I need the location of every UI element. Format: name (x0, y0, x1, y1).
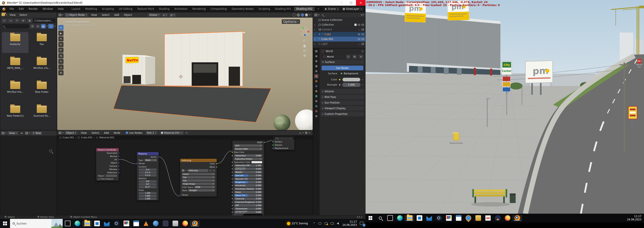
hide-eye-toggle[interactable] (358, 24, 360, 26)
image-datablock-icon[interactable] (25, 132, 28, 134)
properties-tab-10[interactable] (314, 99, 318, 103)
file-browser-menu-view[interactable]: View (8, 13, 17, 16)
up-button[interactable]: ↑ (14, 18, 20, 23)
bsdf-row-transmission-roughness[interactable]: Transmission Roughness0.000 (232, 210, 264, 214)
animate-dot[interactable] (362, 79, 363, 80)
bsdf-row-ior[interactable]: IOR1.450 (232, 204, 264, 207)
game-viewport[interactable]: pm pm (366, 0, 644, 214)
unpack-button[interactable] (209, 169, 212, 172)
panel-sun-position[interactable]: ▸Sun Position∷ (321, 100, 364, 105)
node-header[interactable]: netto.png (180, 159, 217, 162)
image-datablock-field[interactable]: netto.png (180, 168, 217, 172)
snap-toggle[interactable]: ∪ (162, 13, 168, 17)
taskbar-icon-firefox[interactable] (502, 215, 512, 221)
file-browser-menu-select[interactable]: Select (18, 13, 28, 16)
close-icon[interactable]: ✕ (360, 8, 362, 10)
workspace-tab-compositing[interactable]: Compositing (208, 7, 229, 11)
bsdf-row-transmission[interactable]: Transmission0.000 (232, 207, 264, 210)
taskbar-icon-irfanview[interactable] (444, 215, 454, 221)
pin-icon[interactable] (186, 132, 188, 134)
outliner-row-light[interactable]: ▸Light (313, 41, 365, 46)
image-option-single-image[interactable]: Single Image (180, 182, 217, 185)
mapping-value-field[interactable]: 0.1 m (137, 171, 158, 174)
shading-rendered-button[interactable] (305, 13, 308, 16)
folder-item[interactable]: MiniTool uTu... (28, 56, 55, 77)
node-header[interactable]: Mapping (137, 152, 158, 155)
unlink-datablock-button[interactable]: ✕ (358, 54, 363, 59)
add-workspace-button[interactable]: + (315, 7, 322, 11)
menu-render[interactable]: Render (26, 7, 40, 10)
taskbar-icon-vlc[interactable] (141, 221, 151, 226)
outliner-search-icon[interactable] (322, 14, 324, 16)
mapping-value-field[interactable]: 0 m (137, 168, 158, 171)
bsdf-row-clearcoat-roughness[interactable]: Clearcoat Roughness0.030 (232, 200, 264, 204)
node-socket[interactable] (216, 163, 218, 164)
mapping-value-field[interactable]: 91.3° (137, 186, 158, 189)
hide-eye-toggle[interactable] (358, 33, 360, 35)
zoom-icon[interactable] (303, 39, 306, 43)
node-header[interactable]: Texture Coordinate (96, 148, 119, 151)
taskbar-icon-irfanview[interactable] (122, 221, 131, 226)
display-thumbnail-button[interactable]: ▦ (41, 24, 46, 28)
taskbar-icon-edge[interactable] (72, 221, 82, 226)
taskbar-icon-start[interactable] (366, 216, 375, 220)
outliner-type-icon[interactable] (314, 14, 318, 16)
snapping-magnet-icon[interactable]: ∪ (299, 131, 301, 134)
workspace-tab-shading-002[interactable]: Shading.002 (294, 7, 314, 11)
folder-item[interactable]: New Folder (28, 80, 55, 101)
taskbar-icon-explorer[interactable] (405, 215, 414, 221)
tool-scale[interactable]: ⇱ (58, 48, 64, 53)
node-socket[interactable] (179, 194, 181, 196)
node-image-texture[interactable]: netto.pngColorAlphanetto.pngLinearFlatCl… (180, 158, 217, 197)
notification-center[interactable]: 3 (359, 219, 366, 228)
outliner-row-cube[interactable]: ▸⚙▽Cube (313, 32, 365, 37)
properties-tab-11[interactable] (314, 104, 318, 108)
taskbar-icon-7zip[interactable] (483, 215, 493, 221)
desktop-icon-pdf[interactable]: PDF PDF24 Fax (635, 59, 644, 68)
shader-menu-node[interactable]: Node (112, 131, 123, 134)
node-socket[interactable] (232, 172, 233, 173)
bsdf-row-subsurface-anisotropy[interactable]: Subsurface Anisotropy0.000 (232, 167, 264, 170)
image-option-flat[interactable]: Flat (180, 176, 217, 179)
bsdf-row-specular-tint[interactable]: Specular Tint0.000 (232, 177, 264, 180)
tray-volume-icon[interactable] (337, 222, 339, 225)
pan-hand-icon[interactable] (303, 44, 306, 48)
bsdf-row-subsurface-color[interactable]: Subsurface Color (232, 160, 264, 164)
taskbar-icon-blender[interactable] (512, 215, 522, 221)
taskbar-icon-task-view[interactable] (385, 215, 395, 221)
properties-tab-4[interactable] (314, 69, 318, 73)
file-browser-type-icon[interactable] (2, 14, 5, 16)
overlays-toggle[interactable] (305, 132, 308, 134)
bsdf-row-ggx[interactable]: GGX (232, 144, 264, 147)
path-field[interactable]: C:\Users\admi... (33, 18, 56, 23)
taskbar-icon-penguin-app[interactable] (493, 215, 502, 221)
panel-surface[interactable]: ▼Surface∷ (321, 60, 364, 65)
taskbar-icon-task-view[interactable] (63, 221, 72, 226)
menu-window[interactable]: Window (40, 7, 55, 10)
from-instancer-checkbox[interactable]: From Instancer (96, 177, 119, 181)
use-nodes-checkbox[interactable]: ✓ (126, 132, 128, 134)
properties-tab-5-world[interactable] (314, 74, 318, 78)
panel-volume[interactable]: ▸Volume∷ (321, 89, 364, 94)
properties-tab-3[interactable] (314, 64, 318, 68)
shader-menu-add[interactable]: Add (102, 131, 111, 134)
hidden-eye-toggle[interactable] (358, 43, 360, 44)
ortho-toggle-icon[interactable] (303, 54, 306, 58)
tool-rotate[interactable]: ↻ (58, 42, 64, 47)
image-option-linear[interactable]: Linear (180, 172, 217, 176)
workspace-tab-layout[interactable]: Layout (70, 7, 83, 11)
hidden-eye-toggle[interactable] (358, 29, 360, 30)
node-socket[interactable] (264, 142, 265, 143)
new-image-button[interactable]: + New (31, 131, 42, 135)
node-socket[interactable] (232, 215, 233, 215)
node-socket[interactable] (232, 168, 233, 170)
shader-menu-view[interactable]: View (78, 131, 89, 134)
node-canvas[interactable]: Cube.001›Cube.001›Material.001 Texture C… (57, 135, 313, 215)
node-socket[interactable] (232, 185, 233, 186)
maximize-button[interactable]: ▢ (346, 0, 356, 6)
tool-transform[interactable]: ⇆ (58, 53, 64, 58)
pin-icon[interactable] (362, 50, 364, 52)
render-visibility-toggle[interactable] (362, 33, 364, 35)
color-swatch[interactable] (342, 78, 360, 82)
surface-shader-field[interactable]: Background (339, 71, 363, 76)
